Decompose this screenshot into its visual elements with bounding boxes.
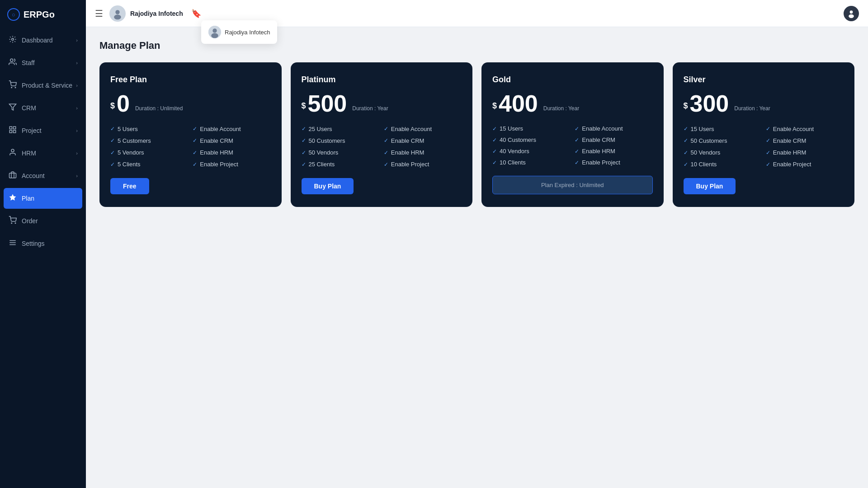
plan-card-gold: Gold $ 400 Duration : Year ✓ 15 Users ✓ … xyxy=(481,62,664,207)
svg-rect-5 xyxy=(9,127,12,129)
plan-feature: ✓ Enable Account xyxy=(384,124,462,133)
sidebar-item-product-service[interactable]: Product & Service › xyxy=(0,74,86,97)
sidebar-item-settings[interactable]: Settings xyxy=(0,232,86,255)
svg-point-19 xyxy=(114,14,121,19)
plan-feature: ✓ 10 Clients xyxy=(492,158,570,167)
sidebar-item-staff[interactable]: Staff › xyxy=(0,52,86,74)
check-icon: ✓ xyxy=(302,137,306,144)
sidebar: ○ ERPGo Dashboard › Staff › Product & Se… xyxy=(0,0,86,488)
topbar: ☰ Rajodiya Infotech 🔖 xyxy=(86,0,868,27)
account-icon xyxy=(8,171,17,181)
check-icon: ✓ xyxy=(302,126,306,132)
check-icon: ✓ xyxy=(575,160,579,166)
app-logo[interactable]: ○ ERPGo xyxy=(0,0,86,29)
svg-point-3 xyxy=(15,87,16,88)
plan-features-free: ✓ 5 Users ✓ Enable Account ✓ 5 Customers… xyxy=(110,124,271,169)
chevron-right-icon: › xyxy=(76,150,78,156)
sidebar-item-hrm[interactable]: HRM › xyxy=(0,142,86,164)
sidebar-item-project[interactable]: Project › xyxy=(0,119,86,142)
topbar-right xyxy=(844,6,859,21)
plan-card-free: Free Plan $ 0 Duration : Unlimited ✓ 5 U… xyxy=(99,62,282,207)
check-icon: ✓ xyxy=(684,150,688,156)
plan-feature: ✓ Enable Project xyxy=(193,160,270,169)
plan-feature: ✓ Enable Account xyxy=(575,124,652,133)
plan-name-silver: Silver xyxy=(684,75,844,84)
plan-price-silver: $ 300 Duration : Year xyxy=(684,92,844,115)
plan-feature: ✓ 15 Users xyxy=(684,124,761,133)
sidebar-item-order[interactable]: Order xyxy=(0,210,86,232)
svg-point-1 xyxy=(10,59,13,61)
check-icon: ✓ xyxy=(193,161,197,168)
main-area: ☰ Rajodiya Infotech 🔖 xyxy=(86,0,868,488)
svg-rect-7 xyxy=(14,131,16,133)
sidebar-nav: Dashboard › Staff › Product & Service › … xyxy=(0,29,86,488)
dropdown-user-name: Rajodiya Infotech xyxy=(225,29,270,36)
plan-expired-badge: Plan Expired : Unlimited xyxy=(492,176,653,194)
sidebar-item-plan[interactable]: Plan xyxy=(4,188,82,209)
check-icon: ✓ xyxy=(110,126,115,132)
logo-icon: ○ xyxy=(7,8,20,21)
content-area: Manage Plan Free Plan $ 0 Duration : Unl… xyxy=(86,27,868,488)
check-icon: ✓ xyxy=(193,137,197,144)
chevron-right-icon: › xyxy=(76,38,78,43)
check-icon: ✓ xyxy=(384,150,388,156)
chevron-right-icon: › xyxy=(76,83,78,88)
svg-point-24 xyxy=(849,14,854,18)
sidebar-label-staff: Staff xyxy=(22,59,35,66)
plan-feature: ✓ Enable CRM xyxy=(384,136,462,145)
svg-point-23 xyxy=(850,10,853,14)
plan-free-button[interactable]: Free xyxy=(110,178,149,194)
plan-feature: ✓ 40 Customers xyxy=(492,136,570,144)
plan-feature: ✓ 5 Clients xyxy=(110,160,188,169)
hamburger-button[interactable]: ☰ xyxy=(95,8,103,19)
sidebar-label-order: Order xyxy=(22,217,38,225)
settings-icon xyxy=(8,239,17,249)
check-icon: ✓ xyxy=(193,126,197,132)
user-info: Rajodiya Infotech 🔖 xyxy=(109,5,201,22)
plan-name-platinum: Platinum xyxy=(302,75,462,84)
check-icon: ✓ xyxy=(384,161,388,168)
profile-button[interactable] xyxy=(844,6,859,21)
check-icon: ✓ xyxy=(384,137,388,144)
project-icon xyxy=(8,126,17,136)
plan-feature: ✓ 25 Users xyxy=(302,124,379,133)
plan-platinum-button[interactable]: Buy Plan xyxy=(302,178,354,194)
sidebar-item-dashboard[interactable]: Dashboard › xyxy=(0,29,86,52)
plan-feature: ✓ 5 Vendors xyxy=(110,148,188,157)
svg-point-12 xyxy=(11,223,12,224)
plan-feature: ✓ 50 Vendors xyxy=(302,148,379,157)
check-icon: ✓ xyxy=(766,150,770,156)
sidebar-item-account[interactable]: Account › xyxy=(0,164,86,187)
check-icon: ✓ xyxy=(110,150,115,156)
plan-silver-button[interactable]: Buy Plan xyxy=(684,178,736,194)
check-icon: ✓ xyxy=(766,137,770,144)
plan-feature: ✓ 40 Vendors xyxy=(492,147,570,155)
sidebar-item-crm[interactable]: CRM › xyxy=(0,97,86,119)
check-icon: ✓ xyxy=(302,150,306,156)
svg-rect-6 xyxy=(14,127,16,129)
plan-features-platinum: ✓ 25 Users ✓ Enable Account ✓ 50 Custome… xyxy=(302,124,462,169)
plan-feature: ✓ Enable Project xyxy=(766,160,844,169)
sidebar-label-crm: CRM xyxy=(22,104,36,112)
plan-card-platinum: Platinum $ 500 Duration : Year ✓ 25 User… xyxy=(291,62,473,207)
bookmark-icon[interactable]: 🔖 xyxy=(191,9,201,19)
dashboard-icon xyxy=(8,35,17,45)
app-name: ERPGo xyxy=(24,9,55,20)
check-icon: ✓ xyxy=(492,160,497,166)
plan-price-platinum: $ 500 Duration : Year xyxy=(302,92,462,115)
sidebar-label-project: Project xyxy=(22,127,42,134)
plan-feature: ✓ 50 Customers xyxy=(684,136,761,145)
check-icon: ✓ xyxy=(384,126,388,132)
topbar-left: ☰ Rajodiya Infotech 🔖 xyxy=(95,5,201,22)
plan-feature: ✓ Enable Account xyxy=(766,124,844,133)
svg-rect-8 xyxy=(9,131,12,133)
check-icon: ✓ xyxy=(575,126,579,132)
check-icon: ✓ xyxy=(766,126,770,132)
plan-feature: ✓ Enable HRM xyxy=(384,148,462,157)
plan-feature: ✓ 50 Vendors xyxy=(684,148,761,157)
svg-marker-4 xyxy=(9,104,16,110)
chevron-right-icon: › xyxy=(76,105,78,111)
plan-feature: ✓ Enable Account xyxy=(193,124,270,133)
plan-features-silver: ✓ 15 Users ✓ Enable Account ✓ 50 Custome… xyxy=(684,124,844,169)
plan-feature: ✓ 25 Clients xyxy=(302,160,379,169)
